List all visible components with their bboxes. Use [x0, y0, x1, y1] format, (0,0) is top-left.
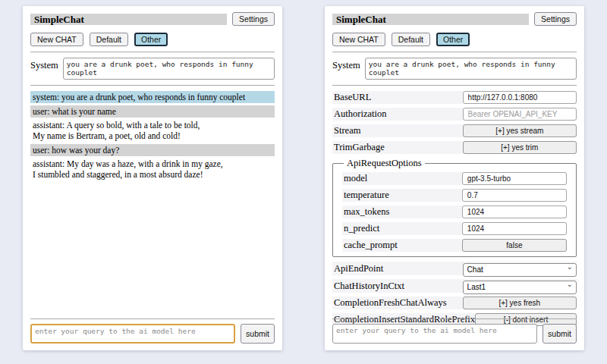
apiendpoint-select-wrap: Chat ⌄	[463, 262, 577, 275]
divider	[30, 52, 275, 52]
authorization-label: Authorization	[334, 108, 463, 120]
n-predict-input[interactable]	[462, 222, 567, 235]
max-tokens-label: max_tokens	[344, 206, 462, 218]
query-input[interactable]	[332, 324, 537, 344]
api-request-options-fieldset: ApiRequestOptions model temperature max_…	[332, 158, 577, 257]
trimgarbage-toggle-button[interactable]: [+] yes trim	[463, 141, 577, 154]
titlebar: SimpleChat Settings	[332, 12, 577, 26]
apiendpoint-label: ApiEndPoint	[334, 263, 463, 275]
session-toolbar: New CHAT Default Other	[332, 33, 577, 46]
stream-toggle-button[interactable]: [+] yes stream	[463, 124, 577, 137]
completionfreshchatalways-toggle-button[interactable]: [+] yes fresh	[463, 297, 577, 309]
new-chat-button[interactable]: New CHAT	[332, 33, 385, 46]
settings-list: BaseURL Authorization Stream [+] yes str…	[332, 91, 577, 326]
chat-message-system: system: you are a drunk poet, who respon…	[30, 91, 275, 103]
system-prompt-input[interactable]: you are a drunk poet, who responds in fu…	[365, 58, 577, 80]
divider	[30, 318, 275, 319]
session-button-other[interactable]: Other	[134, 33, 168, 46]
new-chat-button[interactable]: New CHAT	[30, 33, 83, 46]
baseurl-input[interactable]	[463, 91, 577, 104]
setting-row-cache-prompt: cache_prompt false	[342, 239, 567, 252]
query-input[interactable]	[30, 324, 235, 344]
setting-row-n-predict: n_predict	[342, 222, 567, 235]
cache-prompt-toggle-button[interactable]: false	[462, 239, 567, 252]
divider	[332, 52, 577, 52]
model-input[interactable]	[462, 172, 567, 185]
n-predict-label: n_predict	[344, 223, 462, 234]
chat-message-assistant: assistant: My day was a haze, with a dri…	[30, 158, 275, 180]
setting-row-authorization: Authorization	[332, 108, 577, 121]
chat-log: system: you are a drunk poet, who respon…	[30, 91, 275, 180]
setting-row-completionfreshchatalways: CompletionFreshChatAlways [+] yes fresh	[332, 297, 577, 309]
cache-prompt-label: cache_prompt	[344, 240, 462, 251]
baseurl-label: BaseURL	[334, 92, 463, 103]
system-prompt-row: System you are a drunk poet, who respond…	[30, 58, 275, 80]
setting-row-chathistoryinctxt: ChatHistoryInCtxt Last1 ⌄	[332, 279, 577, 293]
settings-button[interactable]: Settings	[534, 12, 577, 26]
trimgarbage-label: TrimGarbage	[334, 142, 463, 153]
divider	[332, 318, 577, 319]
authorization-input[interactable]	[463, 108, 577, 121]
system-prompt-input[interactable]: you are a drunk poet, who responds in fu…	[63, 58, 275, 80]
setting-row-apiendpoint: ApiEndPoint Chat ⌄	[332, 262, 577, 275]
session-button-other[interactable]: Other	[436, 33, 470, 46]
temperature-label: temperature	[344, 190, 462, 201]
setting-row-trimgarbage: TrimGarbage [+] yes trim	[332, 141, 577, 154]
query-footer: submit	[332, 318, 577, 344]
temperature-input[interactable]	[462, 189, 567, 202]
system-prompt-label: System	[30, 58, 58, 71]
stream-label: Stream	[334, 125, 463, 136]
completionfreshchatalways-label: CompletionFreshChatAlways	[334, 297, 463, 309]
session-button-default[interactable]: Default	[392, 33, 430, 46]
apiendpoint-select[interactable]: Chat	[463, 263, 577, 277]
setting-row-stream: Stream [+] yes stream	[332, 124, 577, 137]
chat-message-user: user: what is your name	[30, 105, 275, 118]
chathistoryinctxt-label: ChatHistoryInCtxt	[334, 281, 463, 292]
chat-panel: SimpleChat Settings New CHAT Default Oth…	[23, 6, 282, 350]
settings-panel: SimpleChat Settings New CHAT Default Oth…	[325, 6, 584, 350]
chathistoryinctxt-select-wrap: Last1 ⌄	[463, 279, 577, 293]
setting-row-model: model	[342, 172, 567, 185]
setting-row-max-tokens: max_tokens	[342, 206, 567, 218]
session-toolbar: New CHAT Default Other	[30, 33, 275, 46]
setting-row-temperature: temperature	[342, 189, 567, 202]
submit-button[interactable]: submit	[543, 324, 577, 344]
app-title: SimpleChat	[30, 14, 227, 25]
chat-message-user: user: how was your day?	[30, 144, 275, 156]
chathistoryinctxt-select[interactable]: Last1	[463, 281, 577, 294]
divider	[332, 85, 577, 86]
max-tokens-input[interactable]	[462, 206, 567, 218]
system-prompt-row: System you are a drunk poet, who respond…	[332, 58, 577, 80]
system-prompt-label: System	[332, 58, 360, 71]
titlebar: SimpleChat Settings	[30, 12, 275, 26]
divider	[30, 85, 275, 86]
query-footer: submit	[30, 318, 275, 344]
setting-row-baseurl: BaseURL	[332, 91, 577, 104]
app-title: SimpleChat	[332, 14, 529, 25]
submit-button[interactable]: submit	[241, 324, 275, 344]
chat-message-assistant: assistant: A query so bold, with a tale …	[30, 119, 275, 142]
api-request-options-legend: ApiRequestOptions	[344, 158, 425, 169]
settings-button[interactable]: Settings	[232, 12, 275, 26]
session-button-default[interactable]: Default	[90, 33, 128, 46]
model-label: model	[344, 173, 462, 184]
